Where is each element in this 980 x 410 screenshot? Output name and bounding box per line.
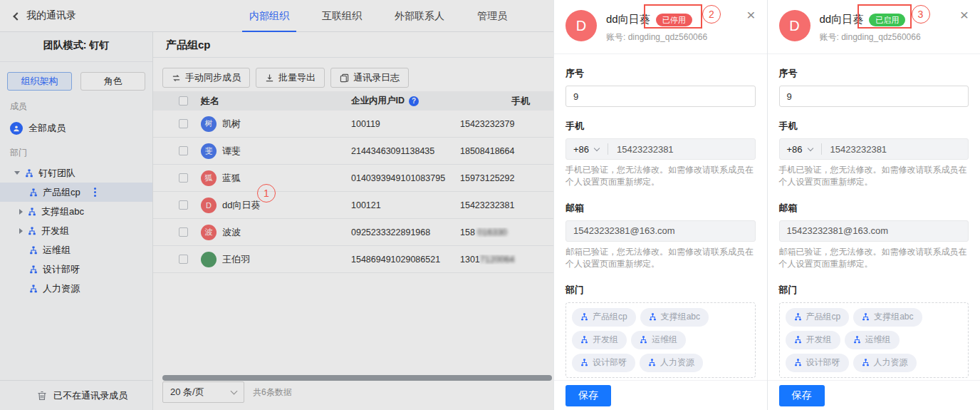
email-helper-text: 邮箱已验证，您无法修改。如需修改请联系成员在个人设置页面重新绑定。 xyxy=(565,246,756,271)
member-user-id: 154869491029086521 xyxy=(351,255,460,265)
tree-item-label: 运维组 xyxy=(43,244,71,257)
table-header-row: 姓名 企业内用户ID ? 手机 xyxy=(153,91,553,111)
pagination: 20 条/页 共6条数据 xyxy=(162,381,292,403)
email-label: 邮箱 xyxy=(779,202,969,215)
drawer-footer: 保存 xyxy=(768,380,980,410)
tree-item-root[interactable]: 钉钉团队 xyxy=(0,163,152,183)
download-icon xyxy=(265,73,274,83)
tree-item-selected-product-group[interactable]: 产品组cp xyxy=(0,183,152,202)
tree-item-label: 支撑组abc xyxy=(41,205,84,218)
org-icon xyxy=(28,227,36,235)
org-icon xyxy=(648,359,656,367)
avatar xyxy=(201,252,217,267)
table-row-dd-sunflower[interactable]: Ddd向日葵 100121 15423232381 xyxy=(153,192,553,219)
department-tag: 开发组 xyxy=(572,331,627,349)
org-icon xyxy=(29,265,38,274)
member-detail-drawer-enabled: D dd向日葵 已启用 账号: dingding_qdz560066 × 3 序… xyxy=(767,0,980,410)
row-checkbox[interactable] xyxy=(179,146,188,155)
member-avatar: D xyxy=(779,10,810,41)
save-button[interactable]: 保存 xyxy=(565,385,611,406)
batch-export-button[interactable]: 批量导出 xyxy=(256,68,325,88)
more-menu-icon[interactable] xyxy=(94,191,96,193)
table-row[interactable]: 斐谭斐 21443463091138435 18508418664 xyxy=(153,138,553,165)
phone-helper-text: 手机已验证，您无法修改。如需修改请联系成员在个人设置页面重新绑定。 xyxy=(565,164,756,189)
contacts-app: 我的通讯录 内部组织 互联组织 外部联系人 管理员 团队模式: 钉钉 组织架构 … xyxy=(0,0,553,410)
department-tag: 人力资源 xyxy=(640,354,703,372)
org-icon xyxy=(862,313,870,321)
table-row[interactable]: 树凯树 100119 15423232379 xyxy=(153,111,553,138)
contact-log-button[interactable]: 通讯录日志 xyxy=(330,68,409,88)
caret-right-icon[interactable] xyxy=(19,209,23,215)
role-button[interactable]: 角色 xyxy=(80,72,145,91)
caret-down-icon[interactable] xyxy=(14,171,20,175)
close-icon[interactable]: × xyxy=(960,7,969,22)
tree-item-hr-group[interactable]: 人力资源 xyxy=(0,279,152,298)
phone-value: 15423232381 xyxy=(617,144,674,155)
back-link[interactable]: 我的通讯录 xyxy=(14,9,76,22)
member-detail-drawer-disabled: D dd向日葵 已停用 账号: dingding_qdz560066 × 2 序… xyxy=(553,0,767,410)
member-name: 波波 xyxy=(222,226,241,239)
caret-right-icon[interactable] xyxy=(19,228,23,234)
department-tag: 支撑组abc xyxy=(853,308,922,327)
department-tag: 运维组 xyxy=(845,331,900,349)
tree-item-ops-group[interactable]: 运维组 xyxy=(0,240,152,260)
row-checkbox[interactable] xyxy=(179,173,188,183)
top-nav: 我的通讯录 内部组织 互联组织 外部联系人 管理员 xyxy=(0,0,553,32)
org-icon xyxy=(29,246,38,255)
serial-input[interactable]: 9 xyxy=(565,86,756,107)
phone-input: +86 15423232381 xyxy=(565,138,756,160)
select-all-checkbox[interactable] xyxy=(179,96,188,106)
tree-item-support-group[interactable]: 支撑组abc xyxy=(0,202,152,221)
phone-value: 15423232381 xyxy=(830,144,887,155)
email-helper-text: 邮箱已验证，您无法修改。如需修改请联系成员在个人设置页面重新绑定。 xyxy=(779,246,969,271)
departments-label: 部门 xyxy=(779,284,969,297)
tree-item-dev-group[interactable]: 开发组 xyxy=(0,221,152,240)
horizontal-scrollbar[interactable] xyxy=(162,375,552,381)
sidebar-item-all-members[interactable]: 全部成员 xyxy=(0,120,152,137)
trash-icon xyxy=(37,391,47,401)
column-header-user-id: 企业内用户ID ? xyxy=(351,95,460,107)
tab-external-contacts[interactable]: 外部联系人 xyxy=(387,0,452,32)
chevron-left-icon xyxy=(13,12,21,20)
member-user-id: 100121 xyxy=(351,200,460,210)
members-icon xyxy=(10,122,23,135)
member-user-id: 0140393949101083795 xyxy=(351,173,460,183)
phone-helper-text: 手机已验证，您无法修改。如需修改请联系成员在个人设置页面重新绑定。 xyxy=(779,164,969,189)
annotation-circle-2: 2 xyxy=(702,5,721,24)
help-icon[interactable]: ? xyxy=(409,96,419,106)
org-icon xyxy=(862,359,870,367)
tab-internal-org[interactable]: 内部组织 xyxy=(242,0,296,32)
table-row[interactable]: 狐蓝狐 0140393949101083795 15973125292 xyxy=(153,165,553,192)
chevron-down-icon xyxy=(594,145,600,151)
departments-box[interactable]: 产品组cp 支撑组abc 开发组 运维组 设计部呀 人力资源 xyxy=(565,302,756,378)
annotation-circle-3: 3 xyxy=(912,5,930,24)
department-tag: 人力资源 xyxy=(853,354,917,372)
row-checkbox[interactable] xyxy=(179,255,188,264)
table-row[interactable]: 王伯羽 154869491029086521 13017120064 xyxy=(153,246,553,273)
serial-input[interactable]: 9 xyxy=(779,86,969,107)
department-tag: 产品组cp xyxy=(786,308,850,327)
removed-members-link[interactable]: 已不在通讯录成员 xyxy=(0,380,152,410)
avatar: 波 xyxy=(201,225,217,240)
tab-admins[interactable]: 管理员 xyxy=(470,0,514,32)
tab-connected-org[interactable]: 互联组织 xyxy=(315,0,369,32)
divider xyxy=(608,143,608,155)
table-row[interactable]: 波波波 0925233322891968 158 016330 xyxy=(153,219,553,246)
country-code: +86 xyxy=(573,144,589,155)
departments-box[interactable]: 产品组cp 支撑组abc 开发组 运维组 设计部呀 人力资源 xyxy=(779,302,969,378)
tree-item-label: 人力资源 xyxy=(43,282,80,295)
member-phone: 158 016330 xyxy=(460,227,553,237)
org-icon xyxy=(794,313,802,321)
close-icon[interactable]: × xyxy=(746,7,755,22)
row-checkbox[interactable] xyxy=(179,119,188,128)
row-checkbox[interactable] xyxy=(179,200,188,210)
manual-sync-button[interactable]: 手动同步成员 xyxy=(162,68,250,88)
member-account: 账号: dingding_qdz560066 xyxy=(820,31,969,43)
annotation-rect-3 xyxy=(858,4,912,29)
page-size-select[interactable]: 20 条/页 xyxy=(162,381,244,403)
row-checkbox[interactable] xyxy=(179,227,188,237)
org-structure-button[interactable]: 组织架构 xyxy=(7,72,72,91)
tree-item-design-group[interactable]: 设计部呀 xyxy=(0,260,152,279)
save-button[interactable]: 保存 xyxy=(779,385,825,406)
org-icon xyxy=(25,169,33,178)
